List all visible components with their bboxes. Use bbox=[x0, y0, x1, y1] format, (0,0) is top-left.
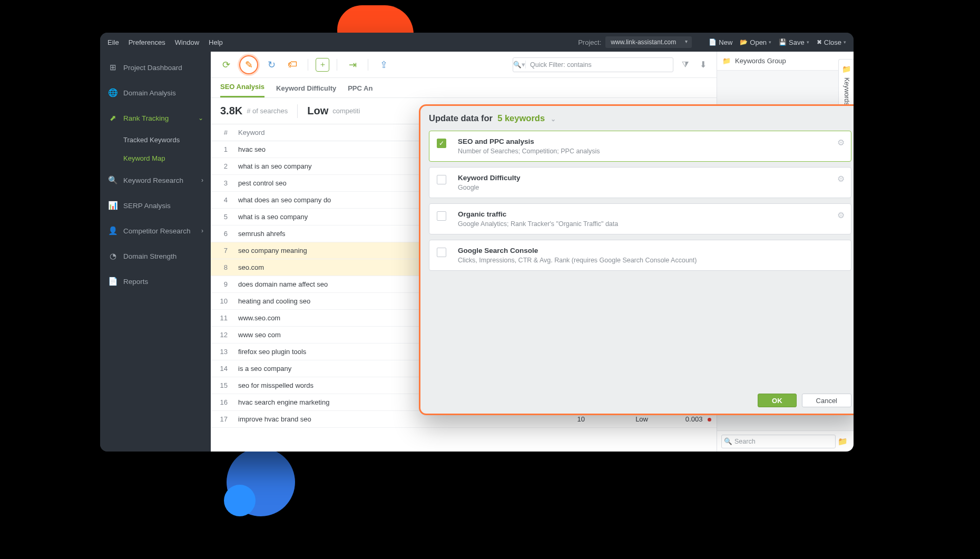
row-num: 5 bbox=[211, 209, 233, 225]
sidebar-item-competitor-research[interactable]: 👤Competitor Research› bbox=[100, 218, 211, 243]
menu-help[interactable]: Help bbox=[209, 38, 223, 46]
row-num: 6 bbox=[211, 225, 233, 242]
sidebar-item-keyword-research[interactable]: 🔍Keyword Research› bbox=[100, 168, 211, 193]
sidebar-subitem-tracked-keywords[interactable]: Tracked Keywords bbox=[100, 131, 211, 149]
sidebar: ⊞Project Dashboard🌐Domain Analysis⬈Rank … bbox=[100, 52, 211, 452]
folder-icon: 📁 bbox=[722, 57, 731, 65]
row-num: 15 bbox=[211, 377, 233, 394]
tool-add-icon[interactable]: ＋ bbox=[316, 58, 329, 72]
toolbar: ⟳ ✎ ↻ 🏷 ＋ ⇥ ⇪ 🔍▾ Quick Filter: contains … bbox=[211, 52, 717, 78]
menu-file[interactable]: Eile bbox=[107, 38, 119, 46]
folder-open-icon: 📂 bbox=[740, 38, 748, 46]
nav-icon: ⬈ bbox=[107, 113, 118, 123]
quick-filter-input[interactable]: 🔍▾ Quick Filter: contains bbox=[513, 57, 673, 72]
dialog-option-google-search-console[interactable]: Google Search ConsoleClicks, Impressions… bbox=[429, 240, 851, 271]
filter-icon[interactable]: ⧩ bbox=[679, 60, 691, 70]
chevron-down-icon[interactable]: ⌄ bbox=[551, 115, 556, 123]
checkbox[interactable] bbox=[437, 248, 446, 257]
main-panel: ⟳ ✎ ↻ 🏷 ＋ ⇥ ⇪ 🔍▾ Quick Filter: contains … bbox=[211, 52, 717, 452]
dialog-keyword-count[interactable]: 5 keywords bbox=[497, 113, 545, 123]
folder-add-icon[interactable]: 📁 bbox=[836, 437, 849, 446]
col-num[interactable]: # bbox=[211, 124, 233, 141]
checkbox[interactable] bbox=[437, 175, 446, 184]
search-icon: 🔍▾ bbox=[513, 61, 526, 68]
row-num: 10 bbox=[211, 293, 233, 310]
option-title: Google Search Console bbox=[458, 247, 697, 254]
new-button[interactable]: 📄New bbox=[709, 38, 732, 46]
folder-icon: 📁 bbox=[842, 65, 851, 73]
update-data-dialog: Update data for 5 keywords ⌄ ✓SEO and PP… bbox=[419, 104, 854, 415]
summary-comp-value: Low bbox=[307, 105, 328, 117]
tab-keyword-difficulty[interactable]: Keyword Difficulty bbox=[276, 84, 336, 97]
project-label: Project: bbox=[578, 38, 601, 46]
nav-label: Keyword Research bbox=[123, 176, 183, 184]
menu-preferences[interactable]: Preferences bbox=[129, 38, 165, 46]
dialog-option-organic-traffic[interactable]: Organic trafficGoogle Analytics; Rank Tr… bbox=[429, 203, 851, 234]
summary-searches-label: # of searches bbox=[247, 107, 288, 115]
nav-icon: 📊 bbox=[107, 201, 118, 210]
row-num: 14 bbox=[211, 360, 233, 377]
sidebar-item-serp-analysis[interactable]: 📊SERP Analysis bbox=[100, 193, 211, 218]
nav-label: Rank Tracking bbox=[123, 114, 169, 122]
nav-label: Competitor Research bbox=[123, 227, 191, 235]
option-title: Keyword Difficulty bbox=[458, 174, 521, 182]
tab-seo-analysis[interactable]: SEO Analysis bbox=[220, 83, 264, 97]
sidebar-item-project-dashboard[interactable]: ⊞Project Dashboard bbox=[100, 55, 211, 80]
row-num: 17 bbox=[211, 411, 233, 428]
row-num: 2 bbox=[211, 158, 233, 175]
option-desc: Number of Searches; Competition; PPC ana… bbox=[458, 148, 600, 155]
row-num: 3 bbox=[211, 175, 233, 192]
row-num: 16 bbox=[211, 394, 233, 411]
download-icon[interactable]: ⬇ bbox=[697, 60, 709, 70]
close-icon: ✖ bbox=[817, 38, 822, 46]
chevron-icon: › bbox=[201, 227, 203, 234]
sidebar-item-reports[interactable]: 📄Reports bbox=[100, 269, 211, 294]
nav-icon: 🔍 bbox=[107, 175, 118, 185]
menu-window[interactable]: Window bbox=[175, 38, 199, 46]
project-dropdown[interactable]: www.link-assistant.com bbox=[605, 36, 692, 48]
row-num: 7 bbox=[211, 242, 233, 259]
chevron-icon: › bbox=[201, 176, 203, 184]
dialog-option-seo-and-ppc-analysis[interactable]: ✓SEO and PPC analysisNumber of Searches;… bbox=[429, 131, 851, 162]
dialog-option-keyword-difficulty[interactable]: Keyword DifficultyGoogle⚙ bbox=[429, 167, 851, 198]
tool-tag-icon[interactable]: 🏷 bbox=[285, 57, 300, 73]
nav-label: Project Dashboard bbox=[123, 64, 182, 72]
gear-icon[interactable]: ⚙ bbox=[837, 210, 845, 220]
option-desc: Google bbox=[458, 184, 521, 191]
ok-button[interactable]: OK bbox=[758, 394, 797, 407]
option-desc: Clicks, Impressions, CTR & Avg. Rank (re… bbox=[458, 257, 697, 264]
search-icon: 🔍 bbox=[722, 437, 734, 445]
sidebar-item-rank-tracking[interactable]: ⬈Rank Tracking⌄ bbox=[100, 105, 211, 131]
chevron-icon: ⌄ bbox=[198, 114, 203, 122]
checkbox[interactable] bbox=[437, 211, 446, 221]
row-num: 11 bbox=[211, 310, 233, 327]
checkbox[interactable]: ✓ bbox=[437, 139, 446, 148]
save-button[interactable]: 💾Save▾ bbox=[779, 38, 809, 46]
row-num: 1 bbox=[211, 141, 233, 158]
sidebar-item-domain-strength[interactable]: ◔Domain Strength bbox=[100, 243, 211, 269]
summary-searches-value: 3.8K bbox=[220, 105, 242, 117]
sidebar-subitem-keyword-map[interactable]: Keyword Map bbox=[100, 149, 211, 168]
cancel-button[interactable]: Cancel bbox=[802, 394, 851, 407]
option-title: Organic traffic bbox=[458, 210, 618, 218]
tool-import-icon[interactable]: ⇥ bbox=[345, 57, 360, 73]
tab-ppc-analysis[interactable]: PPC An bbox=[348, 84, 373, 97]
tool-update-icon[interactable]: ✎ bbox=[239, 55, 258, 74]
tool-sync-icon[interactable]: ↻ bbox=[263, 57, 279, 73]
right-panel-title: Keywords Group bbox=[735, 57, 786, 65]
close-button[interactable]: ✖Close▾ bbox=[817, 38, 846, 46]
tool-refresh-icon[interactable]: ⟳ bbox=[218, 57, 234, 73]
tool-export-icon[interactable]: ⇪ bbox=[376, 57, 391, 73]
sidebar-item-domain-analysis[interactable]: 🌐Domain Analysis bbox=[100, 80, 211, 105]
gear-icon[interactable]: ⚙ bbox=[837, 138, 845, 148]
option-desc: Google Analytics; Rank Tracker's "Organi… bbox=[458, 220, 618, 228]
right-panel-search[interactable]: 🔍 Search bbox=[721, 435, 836, 448]
open-button[interactable]: 📂Open▾ bbox=[740, 38, 771, 46]
quick-filter-placeholder: Quick Filter: contains bbox=[526, 61, 596, 68]
nav-label: Domain Strength bbox=[123, 252, 177, 260]
gear-icon[interactable]: ⚙ bbox=[837, 174, 845, 184]
nav-label: Reports bbox=[123, 278, 148, 286]
save-icon: 💾 bbox=[779, 38, 787, 46]
nav-icon: ◔ bbox=[107, 251, 118, 261]
nav-icon: 📄 bbox=[107, 277, 118, 286]
